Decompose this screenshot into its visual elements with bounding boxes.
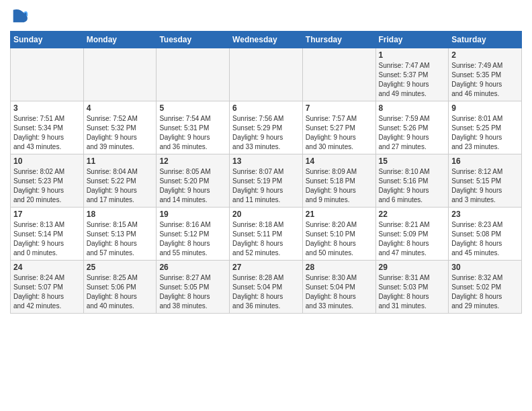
day-number: 3 — [13, 103, 81, 113]
day-info: Sunrise: 7:59 AMSunset: 5:26 PMDaylight:… — [379, 114, 446, 152]
day-info: Sunrise: 8:13 AMSunset: 5:14 PMDaylight:… — [13, 220, 81, 258]
day-info: Sunrise: 8:27 AMSunset: 5:05 PMDaylight:… — [159, 273, 226, 311]
weekday-header-sunday: Sunday — [11, 32, 84, 48]
calendar-cell: 28Sunrise: 8:30 AMSunset: 5:04 PMDayligh… — [302, 261, 375, 314]
day-number: 11 — [87, 156, 154, 166]
day-info: Sunrise: 8:15 AMSunset: 5:13 PMDaylight:… — [87, 220, 154, 258]
day-info: Sunrise: 7:52 AMSunset: 5:32 PMDaylight:… — [87, 114, 154, 152]
day-number: 15 — [379, 156, 446, 166]
day-number: 26 — [159, 263, 226, 272]
day-info: Sunrise: 8:32 AMSunset: 5:02 PMDaylight:… — [451, 273, 519, 311]
day-number: 27 — [232, 263, 300, 272]
calendar-cell: 27Sunrise: 8:28 AMSunset: 5:04 PMDayligh… — [230, 261, 303, 314]
day-info: Sunrise: 8:20 AMSunset: 5:10 PMDaylight:… — [306, 220, 373, 258]
day-info: Sunrise: 8:28 AMSunset: 5:04 PMDaylight:… — [232, 273, 300, 311]
day-info: Sunrise: 8:01 AMSunset: 5:25 PMDaylight:… — [451, 114, 519, 152]
day-info: Sunrise: 8:21 AMSunset: 5:09 PMDaylight:… — [379, 220, 446, 258]
day-info: Sunrise: 8:04 AMSunset: 5:22 PMDaylight:… — [87, 167, 154, 205]
calendar-cell: 1Sunrise: 7:47 AMSunset: 5:37 PMDaylight… — [375, 48, 449, 101]
day-number: 19 — [159, 210, 226, 219]
day-number: 25 — [87, 263, 154, 272]
calendar-cell: 14Sunrise: 8:09 AMSunset: 5:18 PMDayligh… — [302, 154, 375, 208]
calendar-cell: 5Sunrise: 7:54 AMSunset: 5:31 PMDaylight… — [157, 101, 230, 154]
calendar-cell: 24Sunrise: 8:24 AMSunset: 5:07 PMDayligh… — [11, 261, 84, 314]
day-info: Sunrise: 8:16 AMSunset: 5:12 PMDaylight:… — [159, 220, 226, 258]
calendar-cell: 29Sunrise: 8:31 AMSunset: 5:03 PMDayligh… — [375, 261, 449, 314]
weekday-header-tuesday: Tuesday — [157, 32, 230, 48]
day-number: 8 — [379, 103, 446, 113]
day-number: 2 — [451, 50, 519, 60]
calendar-week-row: 24Sunrise: 8:24 AMSunset: 5:07 PMDayligh… — [11, 261, 522, 314]
day-info: Sunrise: 7:49 AMSunset: 5:35 PMDaylight:… — [451, 61, 519, 99]
calendar-cell: 2Sunrise: 7:49 AMSunset: 5:35 PMDaylight… — [449, 48, 522, 101]
calendar-cell: 13Sunrise: 8:07 AMSunset: 5:19 PMDayligh… — [230, 154, 303, 208]
day-number: 7 — [306, 103, 373, 113]
calendar-cell: 16Sunrise: 8:12 AMSunset: 5:15 PMDayligh… — [449, 154, 522, 208]
day-info: Sunrise: 8:07 AMSunset: 5:19 PMDaylight:… — [232, 167, 300, 205]
day-number: 20 — [232, 210, 300, 219]
calendar-cell: 20Sunrise: 8:18 AMSunset: 5:11 PMDayligh… — [230, 208, 303, 261]
day-number: 4 — [87, 103, 154, 113]
calendar-cell: 23Sunrise: 8:23 AMSunset: 5:08 PMDayligh… — [449, 208, 522, 261]
calendar-cell: 22Sunrise: 8:21 AMSunset: 5:09 PMDayligh… — [375, 208, 449, 261]
day-number: 14 — [306, 156, 373, 166]
day-info: Sunrise: 8:23 AMSunset: 5:08 PMDaylight:… — [451, 220, 519, 258]
calendar-cell: 10Sunrise: 8:02 AMSunset: 5:23 PMDayligh… — [11, 154, 84, 208]
day-info: Sunrise: 7:54 AMSunset: 5:31 PMDaylight:… — [159, 114, 226, 152]
calendar-week-row: 3Sunrise: 7:51 AMSunset: 5:34 PMDaylight… — [11, 101, 522, 154]
day-number: 21 — [306, 210, 373, 219]
day-number: 23 — [451, 210, 519, 219]
day-number: 10 — [13, 156, 81, 166]
day-number: 18 — [87, 210, 154, 219]
calendar-cell: 12Sunrise: 8:05 AMSunset: 5:20 PMDayligh… — [157, 154, 230, 208]
day-info: Sunrise: 8:18 AMSunset: 5:11 PMDaylight:… — [232, 220, 300, 258]
day-number: 6 — [232, 103, 300, 113]
day-info: Sunrise: 7:57 AMSunset: 5:27 PMDaylight:… — [306, 114, 373, 152]
weekday-header-thursday: Thursday — [302, 32, 375, 48]
calendar-table: SundayMondayTuesdayWednesdayThursdayFrid… — [10, 31, 522, 314]
calendar-cell — [11, 48, 84, 101]
weekday-header-monday: Monday — [83, 32, 157, 48]
weekday-header-row: SundayMondayTuesdayWednesdayThursdayFrid… — [11, 32, 522, 48]
day-number: 22 — [379, 210, 446, 219]
calendar-cell: 11Sunrise: 8:04 AMSunset: 5:22 PMDayligh… — [83, 154, 157, 208]
calendar-cell: 25Sunrise: 8:25 AMSunset: 5:06 PMDayligh… — [83, 261, 157, 314]
weekday-header-wednesday: Wednesday — [230, 32, 303, 48]
header — [10, 7, 522, 26]
day-info: Sunrise: 8:25 AMSunset: 5:06 PMDaylight:… — [87, 273, 154, 311]
day-info: Sunrise: 7:51 AMSunset: 5:34 PMDaylight:… — [13, 114, 81, 152]
day-info: Sunrise: 8:12 AMSunset: 5:15 PMDaylight:… — [451, 167, 519, 205]
calendar-week-row: 1Sunrise: 7:47 AMSunset: 5:37 PMDaylight… — [11, 48, 522, 101]
day-number: 29 — [379, 263, 446, 272]
calendar-cell: 8Sunrise: 7:59 AMSunset: 5:26 PMDaylight… — [375, 101, 449, 154]
page: SundayMondayTuesdayWednesdayThursdayFrid… — [0, 0, 532, 320]
day-info: Sunrise: 8:24 AMSunset: 5:07 PMDaylight:… — [13, 273, 81, 311]
day-number: 28 — [306, 263, 373, 272]
calendar-cell: 3Sunrise: 7:51 AMSunset: 5:34 PMDaylight… — [11, 101, 84, 154]
day-info: Sunrise: 7:47 AMSunset: 5:37 PMDaylight:… — [379, 61, 446, 99]
calendar-cell: 9Sunrise: 8:01 AMSunset: 5:25 PMDaylight… — [449, 101, 522, 154]
day-info: Sunrise: 8:30 AMSunset: 5:04 PMDaylight:… — [306, 273, 373, 311]
calendar-cell — [230, 48, 303, 101]
weekday-header-saturday: Saturday — [449, 32, 522, 48]
day-info: Sunrise: 8:02 AMSunset: 5:23 PMDaylight:… — [13, 167, 81, 205]
day-info: Sunrise: 8:10 AMSunset: 5:16 PMDaylight:… — [379, 167, 446, 205]
day-number: 16 — [451, 156, 519, 166]
day-number: 17 — [13, 210, 81, 219]
day-info: Sunrise: 8:09 AMSunset: 5:18 PMDaylight:… — [306, 167, 373, 205]
calendar-cell: 7Sunrise: 7:57 AMSunset: 5:27 PMDaylight… — [302, 101, 375, 154]
calendar-cell: 6Sunrise: 7:56 AMSunset: 5:29 PMDaylight… — [230, 101, 303, 154]
day-number: 5 — [159, 103, 226, 113]
calendar-cell — [83, 48, 157, 101]
weekday-header-friday: Friday — [375, 32, 449, 48]
calendar-cell: 18Sunrise: 8:15 AMSunset: 5:13 PMDayligh… — [83, 208, 157, 261]
logo — [10, 7, 32, 26]
calendar-week-row: 10Sunrise: 8:02 AMSunset: 5:23 PMDayligh… — [11, 154, 522, 208]
calendar-cell: 21Sunrise: 8:20 AMSunset: 5:10 PMDayligh… — [302, 208, 375, 261]
day-info: Sunrise: 8:31 AMSunset: 5:03 PMDaylight:… — [379, 273, 446, 311]
calendar-cell — [302, 48, 375, 101]
logo-icon — [10, 7, 29, 26]
calendar-cell: 26Sunrise: 8:27 AMSunset: 5:05 PMDayligh… — [157, 261, 230, 314]
day-number: 24 — [13, 263, 81, 272]
day-number: 30 — [451, 263, 519, 272]
